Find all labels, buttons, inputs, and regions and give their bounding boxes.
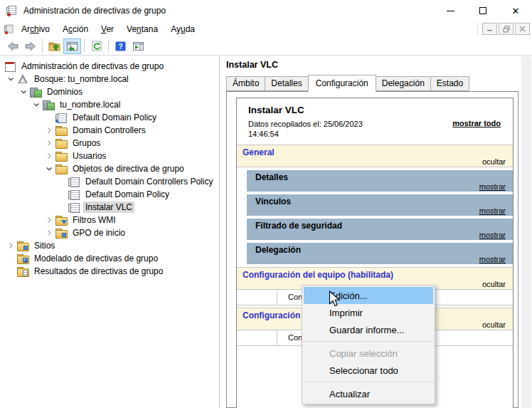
vertical-scrollbar-track[interactable]: [520, 56, 531, 408]
back-button[interactable]: [4, 38, 21, 54]
chevron-expanded-icon[interactable]: [43, 165, 55, 172]
vinculos-show-link[interactable]: mostrar: [255, 206, 506, 215]
tree-item-default-domain-policy-link[interactable]: Default Domain Policy: [0, 111, 219, 124]
chevron-collapsed-icon[interactable]: [43, 140, 55, 147]
chevron-collapsed-icon[interactable]: [43, 229, 55, 236]
tree-item-filtros-wmi[interactable]: Filtros WMI: [0, 214, 219, 226]
tab-configuracion[interactable]: Configuración: [308, 75, 376, 92]
toolbar-separator: [42, 39, 43, 53]
ou-folder-icon: [55, 151, 67, 161]
mdi-close-button[interactable]: [515, 23, 530, 35]
chevron-collapsed-icon[interactable]: [4, 242, 17, 249]
filtrado-show-link[interactable]: mostrar: [255, 231, 506, 239]
context-menu-item-copiar-seleccion[interactable]: Copiar selección: [302, 345, 435, 362]
maximize-icon: [479, 7, 486, 14]
domains-icon: [30, 87, 41, 97]
menu-ayuda[interactable]: Ayuda: [164, 22, 201, 36]
tree-item-domain-controllers[interactable]: Domain Controllers: [0, 124, 219, 137]
gpo-icon: [68, 189, 80, 199]
tree-item-modelado[interactable]: Modelado de directivas de grupo: [0, 252, 219, 265]
help-button[interactable]: ?: [112, 38, 129, 54]
tree-item-sitios[interactable]: Sitios: [0, 239, 219, 252]
context-menu-item-edicion[interactable]: Edición...: [304, 287, 433, 304]
gpo-link-icon: [55, 113, 67, 122]
gpo-icon: [68, 177, 80, 187]
console-child-icon: [4, 24, 14, 34]
minimize-button[interactable]: [434, 0, 467, 21]
policy-modeling-icon: [17, 253, 28, 263]
subsection-delegacion: Delegación mostrar: [247, 243, 513, 264]
subsection-filtrado: Filtrado de seguridad mostrar: [247, 219, 513, 240]
gpo-objects-folder-icon: [55, 164, 67, 174]
gpmc-app-icon: [6, 6, 18, 16]
mdi-minimize-icon: [486, 26, 493, 32]
show-all-link[interactable]: mostrar todo: [452, 119, 503, 127]
context-menu-item-actualizar[interactable]: Actualizar: [302, 385, 435, 402]
show-hide-console-tree-button[interactable]: [63, 38, 81, 54]
minimize-icon: [447, 11, 454, 11]
tab-estado[interactable]: Estado: [430, 76, 469, 91]
up-folder-icon: [48, 41, 60, 51]
tree-item-default-domain-controllers-policy[interactable]: Default Domain Controllers Policy: [0, 175, 219, 188]
context-menu-item-seleccionar-todo[interactable]: Seleccionar todo: [302, 362, 435, 379]
tree-item-default-domain-policy[interactable]: Default Domain Policy: [0, 188, 219, 201]
chevron-collapsed-icon[interactable]: [43, 216, 55, 224]
tab-detalles[interactable]: Detalles: [265, 76, 308, 91]
mdi-restore-button[interactable]: [499, 23, 514, 35]
context-menu-item-guardar-informe[interactable]: Guardar informe...: [302, 321, 435, 338]
gpmc-console-icon: [4, 61, 16, 71]
tree-item-grupos[interactable]: Grupos: [0, 137, 219, 150]
row-gutter-cell: [237, 330, 277, 345]
section-general: General ocultar: [237, 145, 513, 167]
context-menu-separator: [303, 341, 434, 342]
show-hide-action-pane-button[interactable]: [129, 38, 147, 54]
action-pane-icon: [132, 41, 144, 51]
forward-button[interactable]: [21, 38, 39, 54]
report-title: Instalar VLC: [248, 105, 503, 115]
policy-results-icon: [17, 266, 28, 276]
up-one-level-button[interactable]: [46, 38, 63, 54]
mdi-restore-icon: [503, 26, 510, 33]
mdi-window-controls: [477, 23, 530, 35]
tab-strip: Ámbito Detalles Configuración Delegación…: [226, 75, 518, 91]
delegacion-show-link[interactable]: mostrar: [255, 255, 506, 263]
menu-ver[interactable]: Ver: [95, 22, 120, 36]
tree-item-gpo-objects[interactable]: Objetos de directiva de grupo: [0, 162, 219, 175]
chevron-expanded-icon[interactable]: [30, 101, 43, 108]
refresh-button[interactable]: [87, 38, 105, 54]
chevron-expanded-icon[interactable]: [4, 75, 17, 83]
general-hide-link[interactable]: ocultar: [243, 157, 507, 166]
chevron-expanded-icon[interactable]: [17, 88, 30, 95]
tree-item-instalar-vlc[interactable]: Instalar VLC: [0, 201, 219, 214]
starter-gpo-folder-icon: [55, 228, 67, 238]
menu-archivo[interactable]: Archivo: [15, 22, 56, 36]
tab-ambito[interactable]: Ámbito: [226, 76, 265, 91]
sites-folder-icon: [17, 241, 28, 251]
chevron-collapsed-icon[interactable]: [43, 127, 55, 134]
mdi-minimize-button[interactable]: [482, 23, 497, 35]
refresh-icon: [91, 41, 102, 51]
maximize-button[interactable]: [467, 0, 499, 21]
tree-item-dominios[interactable]: Dominios: [0, 85, 219, 98]
console-tree-icon: [66, 41, 78, 51]
mdi-close-icon: [519, 26, 526, 32]
tree-item-forest[interactable]: Bosque: tu_nombre.local: [0, 73, 219, 85]
tree-item-gpo-de-inicio[interactable]: GPO de inicio: [0, 226, 219, 239]
close-button[interactable]: ✕: [499, 0, 532, 21]
pane-title: Instalar VLC: [226, 60, 518, 70]
tree-item-domain[interactable]: tu_nombre.local: [0, 98, 219, 111]
menu-accion[interactable]: Acción: [56, 22, 95, 36]
tab-delegacion[interactable]: Delegación: [376, 76, 431, 91]
chevron-collapsed-icon[interactable]: [43, 152, 55, 159]
wmi-filters-folder-icon: [55, 215, 67, 225]
context-menu-item-imprimir[interactable]: Imprimir: [302, 304, 435, 321]
help-icon: ?: [115, 41, 126, 51]
domain-icon: [43, 100, 54, 110]
tree-item-root[interactable]: Administración de directivas de grupo: [0, 60, 219, 73]
tree-item-resultados[interactable]: Resultados de directivas de grupo: [0, 265, 219, 278]
menu-ventana[interactable]: Ventana: [120, 22, 164, 36]
tree-item-usuarios[interactable]: Usuarios: [0, 150, 219, 162]
detalles-show-link[interactable]: mostrar: [255, 182, 506, 191]
close-icon: ✕: [512, 6, 520, 16]
forward-icon: [25, 41, 36, 51]
